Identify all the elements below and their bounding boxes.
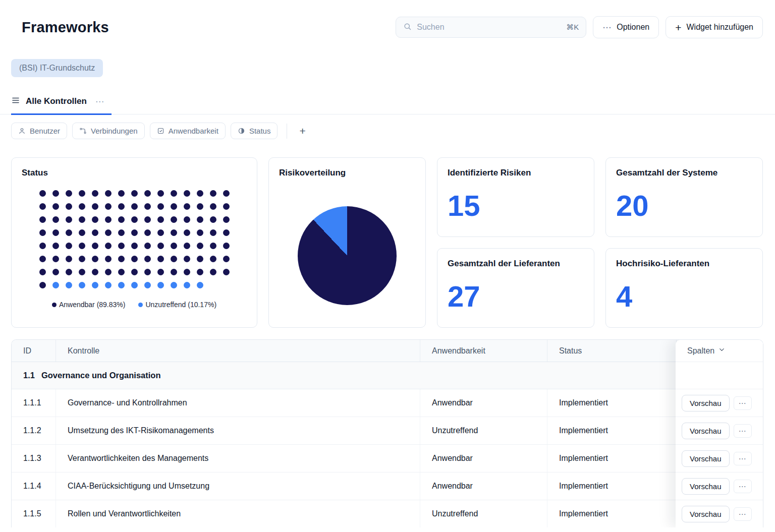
filter-verbindungen[interactable]: Verbindungen — [72, 123, 145, 139]
matrix-dot — [52, 282, 59, 288]
cell-status: Implementiert — [547, 472, 677, 500]
matrix-dot — [92, 190, 98, 197]
plus-icon: + — [299, 125, 305, 137]
preview-button[interactable]: Vorschau — [682, 423, 730, 439]
cell-anwendbarkeit: Anwendbar — [420, 445, 547, 472]
table-row[interactable]: 1.1.2Umsetzung des IKT-Risikomanagements… — [12, 417, 763, 445]
stat-card-title: Gesamtzahl der Systeme — [616, 168, 752, 178]
matrix-dot — [144, 269, 151, 275]
matrix-dot — [171, 229, 177, 236]
matrix-dot — [144, 243, 151, 249]
matrix-dot — [66, 203, 72, 210]
options-button[interactable]: ⋯ Optionen — [593, 16, 659, 38]
cell-status: Implementiert — [547, 389, 677, 417]
dashboard-cards: Status Anwendbar (89.83%) Unzutreffend (… — [11, 157, 763, 328]
table-row[interactable]: 1.1.3Verantwortlichkeiten des Management… — [12, 445, 763, 472]
matrix-dot — [79, 216, 85, 223]
matrix-dot — [197, 229, 203, 236]
checkbox-icon — [157, 127, 164, 135]
cell-status: Implementiert — [547, 417, 677, 444]
add-filter-button[interactable]: + — [296, 125, 308, 137]
matrix-dot — [79, 256, 85, 262]
group-row: 1.1 Governance und Organisation — [12, 362, 763, 389]
filter-status[interactable]: Status — [231, 123, 278, 139]
row-more-button[interactable]: ⋯ — [734, 480, 752, 493]
user-icon — [18, 127, 26, 135]
matrix-dot — [105, 229, 112, 236]
filter-anwendbarkeit[interactable]: Anwendbarkeit — [150, 123, 226, 139]
matrix-dot — [66, 269, 72, 275]
search-box[interactable]: ⌘K — [396, 17, 586, 38]
matrix-dot — [92, 256, 98, 262]
matrix-dot — [171, 216, 177, 223]
row-actions: Vorschau⋯ — [676, 389, 763, 417]
page-title: Frameworks — [22, 19, 109, 36]
add-widget-button[interactable]: + Widget hinzufügen — [666, 16, 763, 38]
stat-card-identifizierte-risiken: Identifizierte Risiken 15 — [437, 157, 594, 237]
row-more-button[interactable]: ⋯ — [734, 396, 752, 410]
matrix-dot — [52, 256, 59, 262]
matrix-dot — [210, 243, 216, 249]
matrix-dot — [223, 229, 230, 236]
matrix-dot — [118, 190, 125, 197]
matrix-dot — [118, 203, 125, 210]
matrix-dot — [184, 243, 190, 249]
columns-menu-label: Spalten — [687, 346, 714, 356]
matrix-dot — [184, 282, 190, 288]
matrix-dot — [144, 256, 151, 262]
matrix-dot — [66, 282, 72, 288]
matrix-dot — [118, 243, 125, 249]
matrix-dot — [184, 256, 190, 262]
stat-card-title: Gesamtzahl der Lieferanten — [448, 259, 584, 269]
matrix-dot — [197, 203, 203, 210]
matrix-dot — [197, 243, 203, 249]
row-more-button[interactable]: ⋯ — [734, 507, 752, 521]
status-card: Status Anwendbar (89.83%) Unzutreffend (… — [11, 157, 257, 328]
table-row[interactable]: 1.1.1Governance- und KontrollrahmenAnwen… — [12, 389, 763, 417]
preview-button[interactable]: Vorschau — [682, 450, 730, 467]
matrix-dot — [92, 216, 98, 223]
risk-distribution-card: Risikoverteilung — [268, 157, 426, 328]
matrix-dot — [210, 256, 216, 262]
tabs: Alle Kontrollen ⋯ — [0, 96, 775, 114]
group-id: 1.1 — [23, 371, 35, 380]
matrix-dot — [92, 269, 98, 275]
preview-button[interactable]: Vorschau — [682, 506, 730, 522]
preview-button[interactable]: Vorschau — [682, 478, 730, 495]
row-actions: Vorschau⋯ — [676, 472, 763, 500]
preview-button[interactable]: Vorschau — [682, 395, 730, 411]
matrix-dot — [79, 269, 85, 275]
filter-benutzer[interactable]: Benutzer — [11, 123, 67, 139]
matrix-dot — [184, 190, 190, 197]
matrix-dot — [39, 216, 46, 223]
tab-alle-kontrollen[interactable]: Alle Kontrollen ⋯ — [11, 96, 112, 115]
add-widget-label: Widget hinzufügen — [686, 23, 753, 32]
matrix-dot — [131, 282, 138, 288]
matrix-dot — [79, 190, 85, 197]
matrix-dot — [105, 203, 112, 210]
cell-id: 1.1.3 — [12, 445, 56, 472]
matrix-dot — [39, 203, 46, 210]
columns-menu-button[interactable]: Spalten — [676, 340, 763, 362]
framework-chip[interactable]: (BSI) IT-Grundschutz — [11, 59, 103, 77]
table-row[interactable]: 1.1.4CIAA-Berücksichtigung und Umsetzung… — [12, 472, 763, 500]
matrix-dot — [171, 190, 177, 197]
search-input[interactable] — [417, 23, 561, 32]
options-button-label: Optionen — [617, 23, 649, 32]
group-label: Governance und Organisation — [41, 371, 161, 380]
matrix-dot — [52, 229, 59, 236]
matrix-dot — [105, 256, 112, 262]
matrix-dot — [118, 216, 125, 223]
col-header-anwendbarkeit: Anwendbarkeit — [420, 340, 547, 362]
legend-dot-unzutreffend — [138, 303, 143, 307]
matrix-dot — [131, 216, 138, 223]
tab-more-icon[interactable]: ⋯ — [95, 96, 104, 107]
matrix-dot — [223, 216, 230, 223]
table-header: ID Kontrolle Anwendbarkeit Status — [12, 340, 763, 362]
table-row[interactable]: 1.1.5Rollen und VerantwortlichkeitenUnzu… — [12, 500, 763, 527]
cell-anwendbarkeit: Anwendbar — [420, 472, 547, 500]
legend-item-unzutreffend: Unzutreffend (10.17%) — [138, 301, 216, 309]
row-more-button[interactable]: ⋯ — [734, 424, 752, 438]
row-more-button[interactable]: ⋯ — [734, 452, 752, 465]
matrix-dot — [144, 190, 151, 197]
